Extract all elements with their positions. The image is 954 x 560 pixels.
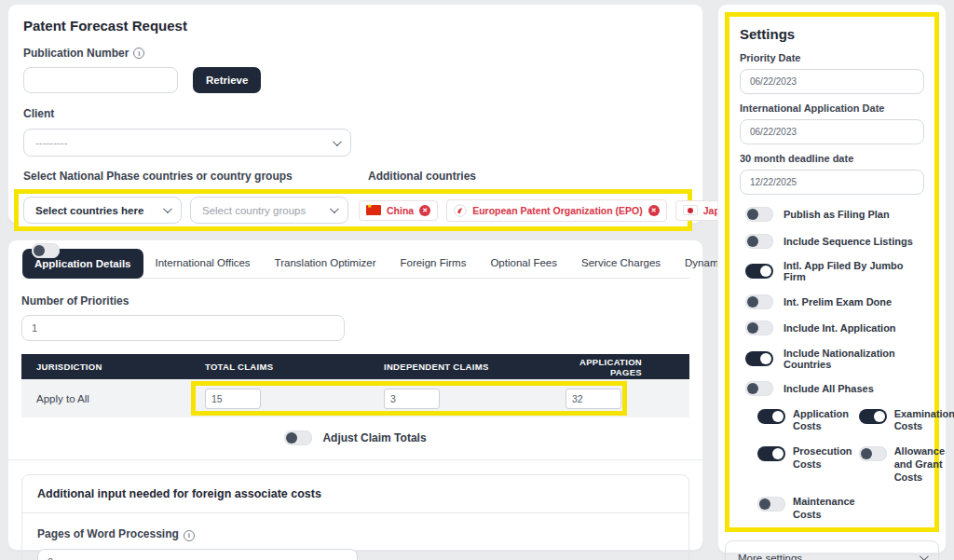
toggle-label: Publish as Filing Plan — [784, 209, 890, 220]
patent-forecast-page: Patent Forecast Request Publication Numb… — [0, 0, 954, 557]
retrieve-button[interactable]: Retrieve — [193, 67, 261, 93]
tab-foreign-firms[interactable]: Foreign Firms — [388, 248, 478, 278]
add-direct-filings-toggle[interactable] — [32, 243, 60, 258]
chevron-down-icon — [330, 204, 339, 213]
publish-filing-plan-toggle[interactable] — [745, 207, 773, 222]
settings-highlight: Settings Priority Date International App… — [725, 12, 939, 532]
toggle-label: Include Sequence Listings — [784, 236, 913, 247]
chevron-down-icon — [920, 552, 929, 560]
settings-column: Settings Priority Date International App… — [717, 4, 947, 553]
remove-country-icon[interactable]: ✕ — [648, 205, 660, 216]
countries-select[interactable]: Select countries here — [23, 197, 182, 224]
word-processing-label: Pages of Word Processing — [37, 527, 179, 540]
tab-optional-fees[interactable]: Optional Fees — [478, 248, 569, 278]
maintenance-costs-toggle[interactable] — [757, 497, 785, 512]
priority-date-label: Priority Date — [740, 52, 924, 63]
country-chip-china: ★ China ✕ — [359, 200, 438, 221]
col-application-pages: APPLICATION PAGES — [565, 357, 700, 377]
country-selection-highlight: Select countries here Select country gro… — [14, 189, 692, 231]
tab-service-charges[interactable]: Service Charges — [569, 248, 673, 278]
prosecution-costs-toggle[interactable] — [757, 446, 785, 461]
publication-number-label: Publication Number — [23, 47, 129, 60]
include-int-application-toggle[interactable] — [745, 321, 773, 335]
china-flag-icon: ★ — [366, 205, 381, 215]
page-title: Patent Forecast Request — [23, 18, 688, 34]
tab-bar: Application Details International Office… — [21, 248, 689, 279]
settings-title: Settings — [740, 26, 924, 42]
national-phase-label: Select National Phase countries or count… — [23, 170, 368, 183]
toggle-label: Int. Prelim Exam Done — [784, 296, 892, 307]
section-divider — [8, 459, 702, 460]
total-claims-input[interactable] — [205, 389, 261, 409]
col-total-claims: TOTAL CLAIMS — [190, 362, 369, 372]
include-all-phases-toggle[interactable] — [745, 381, 773, 396]
toggle-label: Application Costs — [793, 408, 855, 434]
adjust-claim-totals-toggle[interactable] — [284, 430, 312, 445]
toggle-label: Include Int. Application — [784, 322, 896, 334]
forecast-request-panel: Patent Forecast Request Publication Numb… — [7, 4, 703, 224]
prelim-exam-toggle[interactable] — [745, 294, 773, 309]
japan-flag-icon — [683, 205, 698, 215]
country-groups-select[interactable]: Select country groups — [190, 197, 348, 224]
toggle-label: Prosecution Costs — [793, 445, 855, 471]
jurisdiction-value: Apply to All — [21, 393, 190, 404]
additional-countries-chips: ★ China ✕ European Patent Organization (… — [359, 199, 756, 222]
tab-international-offices[interactable]: International Offices — [143, 248, 263, 278]
foreign-associate-box: Additional input needed for foreign asso… — [21, 474, 689, 560]
number-of-priorities-input[interactable] — [21, 315, 345, 341]
chevron-down-icon — [333, 137, 342, 146]
main-column: Patent Forecast Request Publication Numb… — [7, 4, 703, 553]
more-settings-button[interactable]: More settings — [725, 540, 939, 560]
adjust-claim-totals-label: Adjust Claim Totals — [322, 431, 426, 444]
additional-countries-label: Additional countries — [368, 170, 476, 183]
remove-country-icon[interactable]: ✕ — [419, 205, 430, 216]
deadline-date-input[interactable] — [740, 170, 924, 195]
toggle-label: Maintenance Costs — [793, 496, 855, 522]
toggle-label: Allowance and Grant Costs — [894, 445, 954, 484]
word-processing-input[interactable] — [37, 549, 358, 560]
jumbo-firm-toggle[interactable] — [745, 264, 773, 279]
application-costs-toggle[interactable] — [757, 409, 785, 424]
priority-date-input[interactable] — [740, 69, 924, 94]
toggle-label: Intl. App Filed By Jumbo Firm — [784, 260, 924, 282]
sequence-listings-toggle[interactable] — [745, 234, 773, 249]
col-jurisdiction: JURISDICTION — [21, 362, 190, 372]
publication-number-input[interactable] — [23, 67, 178, 93]
chip-label: China — [387, 205, 414, 216]
settings-toggles: Publish as Filing Plan Include Sequence … — [745, 207, 924, 396]
number-of-priorities-label: Number of Priorities — [21, 294, 129, 307]
application-details-panel: Application Details International Office… — [7, 239, 703, 551]
settings-panel: Settings Priority Date International App… — [717, 4, 947, 553]
chip-label: European Patent Organization (EPO) — [472, 205, 643, 216]
intl-application-date-label: International Application Date — [740, 102, 924, 114]
examination-costs-toggle[interactable] — [859, 409, 887, 424]
epo-logo-icon — [454, 204, 467, 217]
more-settings-label: More settings — [738, 553, 802, 560]
allowance-grant-costs-toggle[interactable] — [859, 446, 887, 461]
claims-table-header: JURISDICTION TOTAL CLAIMS INDEPENDENT CL… — [21, 354, 689, 379]
foreign-associate-title: Additional input needed for foreign asso… — [22, 475, 688, 513]
toggle-label: Include All Phases — [784, 383, 874, 394]
client-select[interactable]: --------- — [23, 129, 351, 157]
cost-toggles: Application Costs Examination Costs Pros… — [757, 408, 924, 522]
nationalization-countries-toggle[interactable] — [745, 351, 773, 366]
client-label: Client — [23, 107, 54, 120]
chevron-down-icon — [163, 204, 172, 213]
client-select-value: --------- — [35, 137, 67, 148]
country-groups-placeholder: Select country groups — [202, 205, 306, 216]
col-independent-claims: INDEPENDENT CLAIMS — [369, 362, 565, 372]
deadline-date-label: 30 month deadline date — [740, 153, 924, 164]
intl-application-date-input[interactable] — [740, 119, 924, 144]
toggle-label: Examination Costs — [894, 408, 954, 434]
independent-claims-input[interactable] — [384, 389, 440, 409]
application-pages-input[interactable] — [566, 389, 621, 409]
country-chip-epo: European Patent Organization (EPO) ✕ — [446, 199, 667, 222]
table-row-apply-to-all: Apply to All — [21, 379, 689, 417]
info-icon: i — [133, 48, 144, 59]
claims-table: JURISDICTION TOTAL CLAIMS INDEPENDENT CL… — [21, 354, 689, 417]
toggle-label: Include Nationalization Countries — [784, 348, 924, 370]
info-icon: i — [184, 530, 195, 541]
tab-translation-optimizer[interactable]: Translation Optimizer — [263, 248, 388, 278]
countries-select-value: Select countries here — [35, 205, 143, 216]
